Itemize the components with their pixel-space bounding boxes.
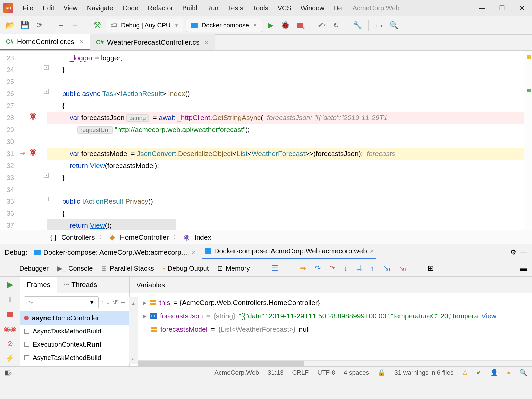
- debug-session-tab-1[interactable]: Docker-compose: AcmeCorp.Web:acmecorp...…: [31, 247, 199, 258]
- frame-row[interactable]: AsyncTaskMethodBuild: [20, 364, 129, 366]
- tool-window-icon[interactable]: ◧: [5, 369, 11, 376]
- menu-file[interactable]: File: [18, 4, 38, 12]
- threads-subtab[interactable]: ⤳Threads: [57, 277, 104, 293]
- view-link[interactable]: View: [481, 312, 496, 320]
- menu-help[interactable]: He: [329, 4, 347, 12]
- minimize-panel-icon[interactable]: —: [520, 248, 527, 256]
- save-icon[interactable]: 💾: [19, 19, 31, 31]
- menu-vcs[interactable]: VCS: [273, 4, 296, 12]
- menu-view[interactable]: View: [59, 4, 82, 12]
- menu-tools[interactable]: Tools: [248, 4, 273, 12]
- zoom-icon[interactable]: 🔍: [519, 369, 527, 376]
- evaluate-icon[interactable]: ⊞: [428, 264, 434, 273]
- thread-selector[interactable]: ⤳...▼: [24, 296, 99, 308]
- notification-icon[interactable]: ●: [507, 369, 511, 376]
- step-over-icon[interactable]: ↷: [315, 264, 321, 273]
- debugger-tab[interactable]: Debugger: [19, 265, 49, 272]
- run-to-cursor-icon[interactable]: ↘I: [383, 264, 390, 273]
- menu-edit[interactable]: Edit: [38, 4, 59, 12]
- back-icon[interactable]: ←: [55, 19, 67, 31]
- mute-breakpoints-icon[interactable]: ⊘: [7, 339, 13, 348]
- minimize-button[interactable]: —: [472, 0, 492, 16]
- force-run-to-cursor-icon[interactable]: ↘I: [399, 264, 406, 273]
- variable-row[interactable]: ▸ this = {AcmeCorp.Web.Controllers.HomeC…: [143, 296, 528, 309]
- frame-row[interactable]: AsyncTaskMethodBuild: [20, 325, 129, 338]
- inspect-icon[interactable]: ✔▾: [316, 19, 328, 31]
- step-out-icon[interactable]: ↑: [371, 264, 374, 273]
- run-icon[interactable]: ▶: [265, 19, 277, 31]
- panel-icon[interactable]: ▭: [373, 19, 385, 31]
- close-tab-icon[interactable]: ×: [204, 38, 208, 46]
- close-icon[interactable]: ×: [370, 247, 374, 255]
- close-icon[interactable]: ×: [192, 248, 196, 256]
- crumb-controllers[interactable]: Controllers: [61, 233, 95, 241]
- status-warnings[interactable]: 31 warnings in 6 files: [394, 369, 453, 376]
- status-indent[interactable]: 4 spaces: [344, 369, 369, 376]
- h-scrollbar[interactable]: [138, 361, 304, 366]
- more-icon[interactable]: »: [132, 356, 135, 362]
- layout-icon[interactable]: ▬: [520, 264, 527, 273]
- maximize-button[interactable]: ☐: [492, 0, 512, 16]
- menu-build[interactable]: Build: [178, 4, 201, 12]
- next-frame-icon[interactable]: ↓: [107, 299, 109, 305]
- profile-icon[interactable]: 👤: [490, 369, 498, 376]
- parallel-stacks-tab[interactable]: ⊞Parallel Stacks: [101, 264, 154, 272]
- frame-row[interactable]: async HomeController: [20, 311, 129, 325]
- menu-window[interactable]: Window: [296, 4, 329, 12]
- tab-weather-controller[interactable]: C# WeatherForecastController.cs ×: [90, 34, 215, 50]
- code-area[interactable]: _logger = logger; } public async Task<IA…: [47, 51, 532, 230]
- show-execution-icon[interactable]: ➡: [300, 264, 306, 273]
- crumb-class[interactable]: HomeController: [120, 233, 169, 241]
- sync-icon[interactable]: ↻: [330, 19, 342, 31]
- variable-row[interactable]: forecastsModel = {List<WeatherForecast>}…: [143, 323, 528, 336]
- warning-badge-icon[interactable]: ⚠: [462, 369, 468, 376]
- marker-bar[interactable]: [524, 51, 532, 230]
- open-icon[interactable]: 📂: [4, 19, 16, 31]
- crumb-method[interactable]: Index: [194, 233, 211, 241]
- debug-session-tab-2[interactable]: Docker-compose: AcmeCorp.Web:acmecorp.we…: [202, 246, 376, 259]
- status-encoding[interactable]: UTF-8: [317, 369, 335, 376]
- status-line-endings[interactable]: CRLF: [292, 369, 309, 376]
- debug-output-tab[interactable]: ▪Debug Output: [163, 265, 209, 272]
- filter-icon[interactable]: ⧩: [112, 298, 118, 307]
- menu-tests[interactable]: Tests: [223, 4, 248, 12]
- scroll-up-icon[interactable]: ▴: [132, 300, 135, 306]
- refresh-icon[interactable]: ⟳: [33, 19, 45, 31]
- tab-home-controller[interactable]: C# HomeController.cs ×: [0, 34, 90, 50]
- stop-icon[interactable]: 2: [294, 19, 306, 31]
- stop-icon[interactable]: [7, 310, 13, 319]
- wrench-icon[interactable]: 🔧: [352, 19, 364, 31]
- close-button[interactable]: ✕: [512, 0, 532, 16]
- close-tab-icon[interactable]: ×: [80, 38, 84, 46]
- run-target-combo[interactable]: Docker compose ▼: [186, 19, 262, 32]
- menu-refactor[interactable]: Refactor: [143, 4, 178, 12]
- step-into-icon[interactable]: ↓: [344, 264, 347, 273]
- force-step-into-icon[interactable]: ⇊: [356, 264, 362, 273]
- view-breakpoints-icon[interactable]: ◉◉: [4, 325, 16, 333]
- settings-icon[interactable]: ☰: [272, 264, 278, 273]
- breakpoint-icon[interactable]: [30, 113, 36, 119]
- console-tab[interactable]: ▶_Console: [57, 264, 93, 272]
- status-project[interactable]: AcmeCorp.Web: [214, 369, 259, 376]
- frames-subtab[interactable]: Frames: [20, 277, 57, 293]
- memory-tab[interactable]: ⊡Memory: [217, 264, 250, 272]
- build-icon[interactable]: ✔: [476, 369, 482, 376]
- build-config-combo[interactable]: 🏷 Debug | Any CPU ▼: [106, 19, 183, 32]
- search-icon[interactable]: 🔍: [388, 19, 400, 31]
- forward-icon[interactable]: →: [69, 19, 81, 31]
- pause-icon[interactable]: ⏸: [6, 296, 14, 304]
- lock-icon[interactable]: 🔒: [378, 369, 386, 376]
- add-icon[interactable]: +: [121, 298, 125, 307]
- status-caret[interactable]: 31:13: [268, 369, 284, 376]
- code-editor[interactable]: 232425262728293031323334353637 ➔ - - - -…: [0, 51, 532, 230]
- breakpoint-icon[interactable]: [30, 149, 36, 155]
- menu-run[interactable]: Run: [202, 4, 223, 12]
- debug-icon[interactable]: 🐞: [279, 19, 291, 31]
- gear-icon[interactable]: ⚙: [510, 248, 516, 256]
- frame-row[interactable]: AsyncTaskMethodBuild: [20, 351, 129, 364]
- menu-navigate[interactable]: Navigate: [82, 4, 118, 12]
- variable-row[interactable]: ▸01 forecastsJson = {string} "[{"date":"…: [143, 309, 528, 323]
- frame-row[interactable]: ExecutionContext.RunI: [20, 338, 129, 351]
- hammer-build-icon[interactable]: ⚒: [91, 19, 103, 31]
- menu-code[interactable]: Code: [118, 4, 143, 12]
